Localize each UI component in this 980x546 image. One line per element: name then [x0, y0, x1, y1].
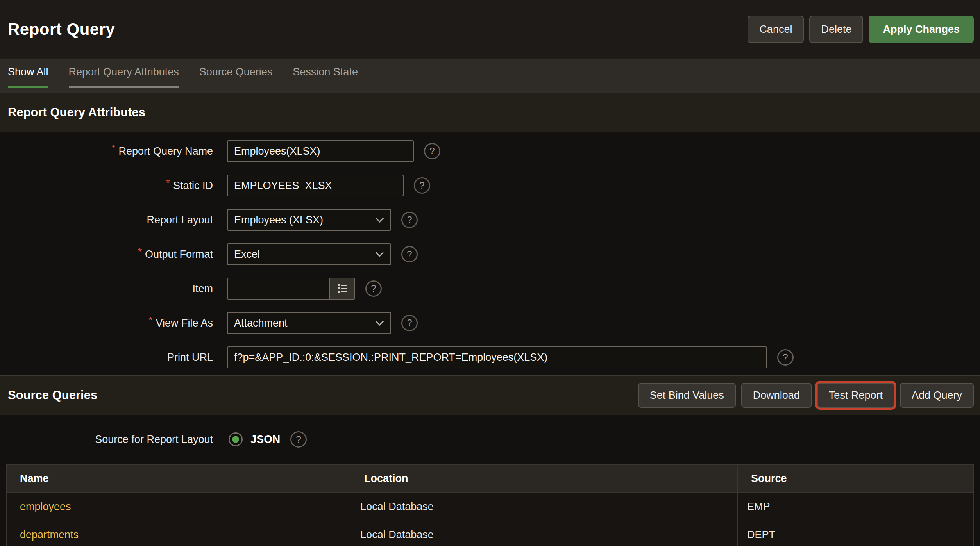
- field-report-layout: Report Layout Employees (XLSX) ?: [0, 203, 980, 237]
- tab-bar: Show All Report Query Attributes Source …: [0, 59, 980, 93]
- item-input[interactable]: [227, 278, 329, 300]
- required-marker: *: [148, 314, 152, 326]
- report-query-page: Report Query Cancel Delete Apply Changes…: [0, 0, 980, 546]
- source-queries-table: Name Location Source employees Local Dat…: [6, 464, 974, 546]
- download-button[interactable]: Download: [741, 383, 812, 408]
- item-list-picker-button[interactable]: [329, 278, 355, 300]
- help-icon[interactable]: ?: [777, 349, 794, 366]
- source-queries-section-header: Source Queries Set Bind Values Download …: [0, 375, 980, 415]
- report-layout-select[interactable]: Employees (XLSX): [227, 209, 391, 231]
- col-header-source: Source: [738, 465, 974, 493]
- query-source-cell: DEPT: [738, 521, 974, 546]
- view-file-as-select[interactable]: Attachment: [227, 312, 391, 334]
- report-query-name-input[interactable]: [227, 140, 414, 162]
- query-name-link[interactable]: employees: [7, 493, 351, 521]
- field-view-file-as: *View File As Attachment ?: [0, 306, 980, 340]
- output-format-select[interactable]: Excel: [227, 243, 391, 265]
- help-icon[interactable]: ?: [401, 212, 418, 228]
- col-header-name: Name: [7, 465, 351, 493]
- source-for-report-layout-row: Source for Report Layout JSON ?: [0, 428, 980, 450]
- field-item: Item ?: [0, 271, 980, 306]
- set-bind-values-button[interactable]: Set Bind Values: [638, 383, 736, 408]
- json-radio-label: JSON: [250, 433, 280, 446]
- output-format-label: *Output Format: [0, 248, 213, 261]
- chevron-down-icon: [376, 214, 384, 222]
- radio-selected-dot: [232, 436, 239, 443]
- tab-report-query-attributes[interactable]: Report Query Attributes: [69, 59, 179, 88]
- field-report-query-name: *Report Query Name ?: [0, 134, 980, 168]
- view-file-as-label: *View File As: [0, 317, 213, 329]
- json-radio[interactable]: [229, 432, 243, 446]
- list-icon: [336, 282, 349, 296]
- output-format-selected-value: Excel: [234, 248, 260, 261]
- query-source-cell: EMP: [738, 493, 974, 521]
- header-buttons: Cancel Delete Apply Changes: [748, 16, 974, 43]
- view-file-as-selected-value: Attachment: [234, 317, 288, 329]
- help-icon[interactable]: ?: [401, 315, 418, 331]
- help-icon[interactable]: ?: [414, 177, 430, 194]
- static-id-input[interactable]: [227, 175, 404, 196]
- tab-show-all[interactable]: Show All: [8, 59, 48, 88]
- chevron-down-icon: [376, 248, 384, 257]
- report-layout-label: Report Layout: [0, 214, 213, 226]
- query-name-link[interactable]: departments: [7, 521, 351, 546]
- tab-source-queries[interactable]: Source Queries: [199, 59, 273, 88]
- help-icon[interactable]: ?: [401, 246, 418, 262]
- page-header: Report Query Cancel Delete Apply Changes: [0, 0, 980, 59]
- chevron-down-icon: [376, 317, 384, 325]
- source-queries-region: Source for Report Layout JSON ? Name Loc…: [0, 415, 980, 546]
- static-id-label: *Static ID: [0, 180, 213, 192]
- table-row: employees Local Database EMP: [7, 493, 974, 521]
- required-marker: *: [111, 143, 115, 154]
- table-row: departments Local Database DEPT: [7, 521, 974, 546]
- query-location-cell: Local Database: [351, 521, 738, 546]
- col-header-location: Location: [351, 465, 738, 493]
- apply-changes-button[interactable]: Apply Changes: [869, 16, 974, 43]
- table-header-row: Name Location Source: [7, 465, 974, 493]
- delete-button[interactable]: Delete: [809, 16, 863, 43]
- field-static-id: *Static ID ?: [0, 168, 980, 203]
- attributes-section-header: Report Query Attributes: [0, 93, 980, 132]
- query-location-cell: Local Database: [351, 493, 738, 521]
- help-icon[interactable]: ?: [365, 280, 382, 297]
- field-output-format: *Output Format Excel ?: [0, 237, 980, 271]
- help-icon[interactable]: ?: [424, 143, 440, 159]
- add-query-button[interactable]: Add Query: [900, 383, 974, 408]
- item-input-group: [227, 278, 355, 300]
- report-query-name-label: *Report Query Name: [0, 145, 213, 157]
- source-queries-buttons: Set Bind Values Download Test Report Add…: [638, 383, 974, 408]
- tab-session-state[interactable]: Session State: [293, 59, 358, 88]
- page-title: Report Query: [8, 20, 115, 39]
- field-print-url: Print URL ?: [0, 340, 980, 375]
- print-url-label: Print URL: [0, 352, 213, 364]
- required-marker: *: [138, 246, 142, 257]
- print-url-input[interactable]: [227, 346, 767, 368]
- source-queries-section-title: Source Queries: [8, 388, 97, 402]
- required-marker: *: [166, 177, 170, 189]
- test-report-button[interactable]: Test Report: [817, 383, 894, 408]
- attributes-form: *Report Query Name ? *Static ID ? Report…: [0, 132, 980, 375]
- item-label: Item: [0, 283, 213, 295]
- cancel-button[interactable]: Cancel: [748, 16, 804, 43]
- report-layout-selected-value: Employees (XLSX): [234, 214, 323, 226]
- attributes-section-title: Report Query Attributes: [8, 105, 145, 120]
- help-icon[interactable]: ?: [290, 431, 307, 448]
- source-for-report-layout-label: Source for Report Layout: [0, 434, 213, 446]
